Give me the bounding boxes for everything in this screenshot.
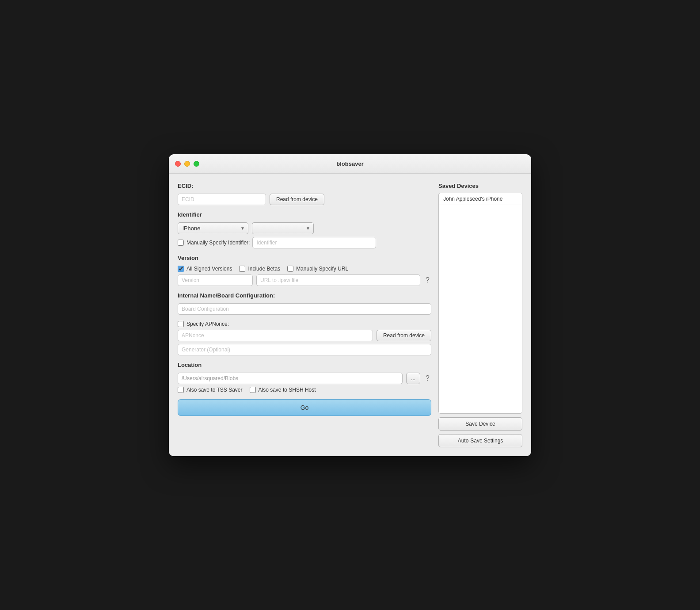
version-input-row: ?: [178, 274, 431, 286]
saved-devices-label: Saved Devices: [438, 183, 522, 189]
all-signed-checkbox[interactable]: [178, 266, 184, 272]
side-buttons: Save Device Auto-Save Settings: [438, 417, 522, 447]
ecid-row: Read from device: [178, 194, 431, 205]
all-signed-label: All Signed Versions: [186, 266, 232, 272]
include-betas-label: Include Betas: [248, 266, 280, 272]
tss-saver-checkbox[interactable]: [178, 387, 184, 393]
go-button[interactable]: Go: [178, 399, 431, 416]
version-checkboxes: All Signed Versions Include Betas Manual…: [178, 266, 431, 272]
location-label: Location: [178, 362, 431, 368]
model-select-wrapper: ▼: [252, 222, 314, 234]
board-config-section: Internal Name/Board Configuration:: [178, 292, 431, 315]
iphone-select[interactable]: iPhone iPad iPod touch Apple TV HomePod: [178, 222, 248, 234]
saved-devices-list[interactable]: John Appleseed's iPhone: [438, 193, 522, 414]
main-window: blobsaver ECID: Read from device Identif…: [169, 154, 531, 456]
close-button[interactable]: [175, 161, 181, 167]
ecid-label: ECID:: [178, 183, 431, 189]
location-input[interactable]: /Users/airsquared/Blobs: [178, 373, 403, 384]
titlebar: blobsaver: [169, 154, 531, 174]
generator-input[interactable]: [178, 344, 431, 355]
manually-url-checkbox[interactable]: [287, 266, 293, 272]
ecid-section: ECID: Read from device: [178, 183, 431, 205]
apnonce-input[interactable]: [178, 330, 373, 341]
apnonce-row: Read from device: [178, 330, 431, 341]
specify-apnonce-label: Specify APNonce:: [186, 321, 229, 327]
manually-identifier-label: Manually Specify Identifier:: [186, 240, 250, 246]
apnonce-section: Specify APNonce: Read from device: [178, 321, 431, 355]
shsh-host-label: Also save to SHSH Host: [259, 387, 316, 393]
shsh-host-checkbox[interactable]: [250, 387, 256, 393]
also-save-row: Also save to TSS Saver Also save to SHSH…: [178, 387, 431, 393]
board-config-label: Internal Name/Board Configuration:: [178, 292, 431, 299]
iphone-select-wrapper: iPhone iPad iPod touch Apple TV HomePod …: [178, 222, 248, 234]
tss-saver-label: Also save to TSS Saver: [186, 387, 243, 393]
manually-identifier-row: Manually Specify Identifier:: [178, 237, 431, 248]
also-save-tss-row: Also save to TSS Saver: [178, 387, 243, 393]
include-betas-checkbox[interactable]: [239, 266, 245, 272]
traffic-lights: [175, 161, 199, 167]
main-panel: ECID: Read from device Identifier iPhone…: [178, 183, 431, 447]
save-device-button[interactable]: Save Device: [438, 417, 522, 431]
all-signed-row: All Signed Versions: [178, 266, 232, 272]
specify-apnonce-row: Specify APNonce:: [178, 321, 431, 327]
manually-url-label: Manually Specify URL: [296, 266, 348, 272]
minimize-button[interactable]: [184, 161, 190, 167]
window-title: blobsaver: [336, 160, 363, 167]
identifier-section: Identifier iPhone iPad iPod touch Apple …: [178, 211, 431, 248]
url-input[interactable]: [256, 274, 420, 286]
ecid-input[interactable]: [178, 194, 266, 205]
manually-identifier-checkbox[interactable]: [178, 240, 184, 246]
location-help-button[interactable]: ?: [424, 374, 431, 382]
auto-save-settings-button[interactable]: Auto-Save Settings: [438, 434, 522, 447]
side-panel: Saved Devices John Appleseed's iPhone Sa…: [438, 183, 522, 447]
version-section: Version All Signed Versions Include Beta…: [178, 255, 431, 286]
browse-button[interactable]: ...: [406, 373, 420, 384]
read-from-device-button[interactable]: Read from device: [270, 194, 324, 205]
identifier-row: iPhone iPad iPod touch Apple TV HomePod …: [178, 222, 431, 234]
version-input[interactable]: [178, 274, 253, 286]
model-select[interactable]: [252, 222, 314, 234]
manually-url-row: Manually Specify URL: [287, 266, 348, 272]
identifier-label: Identifier: [178, 211, 431, 218]
content-area: ECID: Read from device Identifier iPhone…: [169, 174, 531, 456]
specify-apnonce-checkbox[interactable]: [178, 321, 184, 327]
also-save-shsh-row: Also save to SHSH Host: [250, 387, 316, 393]
zoom-button[interactable]: [194, 161, 199, 167]
board-config-input[interactable]: [178, 303, 431, 315]
location-section: Location /Users/airsquared/Blobs ... ? A…: [178, 362, 431, 393]
identifier-input[interactable]: [252, 237, 376, 248]
include-betas-row: Include Betas: [239, 266, 280, 272]
saved-device-item[interactable]: John Appleseed's iPhone: [439, 193, 522, 205]
location-row: /Users/airsquared/Blobs ... ?: [178, 373, 431, 384]
version-help-button[interactable]: ?: [424, 276, 431, 284]
version-label: Version: [178, 255, 431, 261]
read-from-device-apnonce-button[interactable]: Read from device: [377, 330, 431, 341]
